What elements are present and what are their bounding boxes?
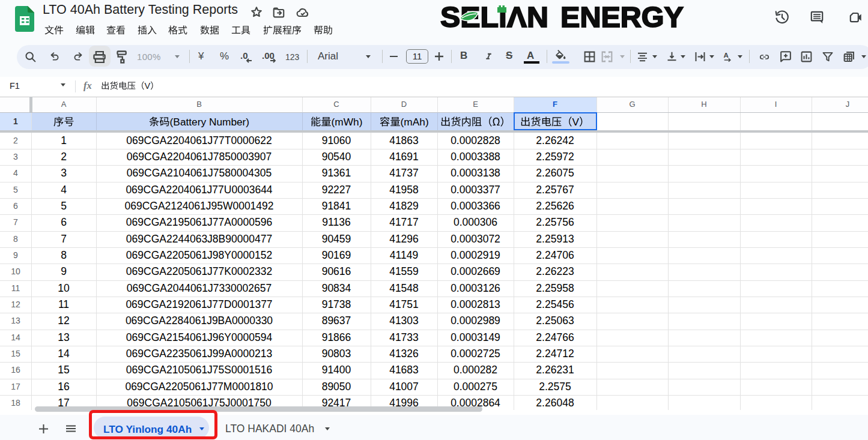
svg-text:(mWh): (mWh) (331, 116, 362, 128)
svg-text:(mAh): (mAh) (400, 116, 428, 128)
svg-text:V: V (144, 81, 150, 91)
svg-text:ENERGY: ENERGY (560, 1, 684, 31)
svg-text:(Battery Number): (Battery Number) (169, 116, 249, 128)
svg-text:SELıΛN: SELıΛN (440, 1, 548, 31)
svg-text:A: A (724, 51, 729, 59)
